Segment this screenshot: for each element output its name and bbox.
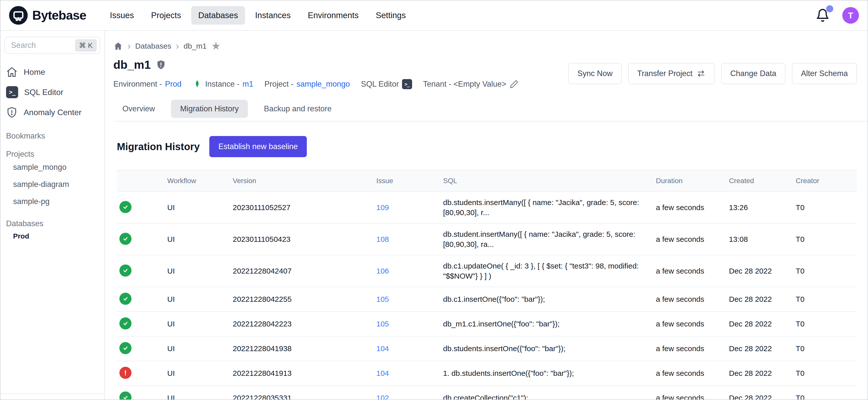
sidebar-item-home[interactable]: Home [0, 62, 104, 82]
mongodb-leaf-icon [192, 79, 202, 89]
alter-schema-button[interactable]: Alter Schema [792, 63, 857, 84]
nav-item-environments[interactable]: Environments [301, 6, 366, 25]
sql-editor-label: SQL Editor [361, 80, 399, 89]
version-cell: 20230111050423 [230, 223, 374, 255]
issue-link[interactable]: 109 [376, 203, 389, 212]
success-status-icon [119, 265, 131, 277]
creator-cell: T0 [793, 312, 857, 336]
user-avatar[interactable]: T [842, 7, 859, 24]
tab-overview[interactable]: Overview [113, 100, 164, 118]
sidebar-section-bookmarks: Bookmarks [0, 131, 104, 141]
duration-cell: a few seconds [653, 386, 726, 400]
table-row: UI20230111050423108db.student.insertMany… [117, 223, 857, 255]
sidebar-item-label: Home [24, 67, 45, 77]
column-header-issue: Issue [374, 170, 440, 192]
sidebar-item-label: Anomaly Center [24, 108, 81, 117]
search-shortcut-badge: ⌘ K [75, 39, 97, 52]
primary-nav: IssuesProjectsDatabasesInstancesEnvironm… [103, 6, 413, 25]
sql-cell: db.student.insertMany([ { name: "Jacika"… [440, 223, 653, 255]
issue-link[interactable]: 104 [376, 344, 389, 352]
sql-editor-link[interactable]: SQL Editor >_ [361, 79, 412, 89]
sidebar-item-prod[interactable]: Prod [0, 228, 104, 244]
duration-cell: a few seconds [653, 255, 726, 287]
tab-backup-and-restore[interactable]: Backup and restore [255, 100, 341, 118]
duration-cell: a few seconds [653, 223, 726, 255]
home-icon[interactable] [113, 41, 123, 51]
workflow-cell: UI [165, 223, 230, 255]
breadcrumb-current: db_m1 [184, 42, 207, 50]
bookmark-star-icon[interactable]: ★ [211, 42, 221, 50]
migration-table-body: UI20230111052527109db.students.insertMan… [117, 192, 857, 400]
column-header-sql: SQL [440, 170, 653, 192]
issue-link[interactable]: 105 [376, 320, 389, 328]
breadcrumb-databases[interactable]: Databases [135, 42, 171, 50]
instance-link[interactable]: m1 [243, 80, 253, 89]
issue-link[interactable]: 108 [376, 235, 389, 243]
issue-link[interactable]: 102 [376, 394, 389, 400]
change-data-button[interactable]: Change Data [721, 63, 785, 84]
duration-cell: a few seconds [653, 287, 726, 312]
app-window: Bytebase IssuesProjectsDatabasesInstance… [0, 0, 868, 400]
tab-migration-history[interactable]: Migration History [171, 100, 248, 118]
duration-cell: a few seconds [653, 336, 726, 361]
transfer-project-label: Transfer Project [637, 69, 692, 78]
sql-cell: db.createCollection("c1"); [440, 386, 653, 400]
creator-cell: T0 [793, 255, 857, 287]
chevron-right-icon: › [176, 42, 179, 50]
project-link[interactable]: sample_mongo [297, 80, 350, 89]
establish-new-baseline-button[interactable]: Establish new baseline [209, 136, 307, 157]
brand-name: Bytebase [32, 8, 86, 23]
creator-cell: T0 [793, 287, 857, 312]
edit-pencil-icon[interactable] [509, 79, 519, 89]
issue-link[interactable]: 105 [376, 295, 389, 303]
table-row: UI20230111052527109db.students.insertMan… [117, 192, 857, 223]
version-cell: 20221228042407 [230, 255, 374, 287]
nav-item-databases[interactable]: Databases [191, 6, 245, 25]
workflow-cell: UI [165, 312, 230, 336]
version-cell: 20221228042223 [230, 312, 374, 336]
sync-now-button[interactable]: Sync Now [568, 63, 622, 84]
search-input[interactable] [10, 40, 75, 50]
search-box[interactable]: ⌘ K [4, 37, 100, 54]
created-cell: 13:26 [726, 192, 793, 223]
success-status-icon [119, 293, 131, 305]
issue-link[interactable]: 104 [376, 369, 389, 377]
sidebar-item-sample-mongo[interactable]: sample_mongo [0, 159, 104, 176]
created-cell: Dec 28 2022 [726, 287, 793, 312]
creator-cell: T0 [793, 336, 857, 361]
sidebar-menu: Home >_ SQL Editor Anomaly Center [0, 62, 104, 122]
sidebar-item-sql-editor[interactable]: >_ SQL Editor [0, 82, 104, 102]
nav-item-issues[interactable]: Issues [103, 6, 141, 25]
success-status-icon [119, 392, 131, 400]
main-content: › Databases › db_m1 ★ db_m1 [105, 31, 868, 400]
bytebase-logo[interactable]: Bytebase [9, 6, 86, 25]
sidebar-item-sample-diagram[interactable]: sample-diagram [0, 176, 104, 193]
top-navigation-bar: Bytebase IssuesProjectsDatabasesInstance… [0, 0, 868, 31]
sql-cell: db.students.insertOne({"foo": "bar"}); [440, 336, 653, 361]
sidebar-item-sample-pg[interactable]: sample-pg [0, 193, 104, 210]
sidebar-item-anomaly-center[interactable]: Anomaly Center [0, 102, 104, 122]
terminal-icon: >_ [402, 79, 412, 89]
created-cell: 13:08 [726, 223, 793, 255]
workflow-cell: UI [165, 192, 230, 223]
nav-item-instances[interactable]: Instances [248, 6, 298, 25]
success-status-icon [119, 233, 131, 245]
table-header-row: Workflow Version Issue SQL Duration Crea… [117, 170, 857, 192]
notifications-button[interactable] [816, 8, 830, 23]
sidebar-item-label: SQL Editor [24, 88, 63, 97]
transfer-project-button[interactable]: Transfer Project [628, 63, 715, 84]
duration-cell: a few seconds [653, 192, 726, 223]
nav-item-settings[interactable]: Settings [369, 6, 413, 25]
terminal-icon: >_ [6, 86, 18, 98]
sql-cell: 1. db.students.insertOne({"foo": "bar"})… [440, 361, 653, 386]
table-row: UI20221228041938104db.students.insertOne… [117, 336, 857, 361]
workflow-cell: UI [165, 336, 230, 361]
sql-cell: db.students.insertMany([ { name: "Jacika… [440, 192, 653, 223]
environment-link[interactable]: Prod [165, 80, 181, 89]
nav-item-projects[interactable]: Projects [144, 6, 188, 25]
duration-cell: a few seconds [653, 361, 726, 386]
issue-link[interactable]: 106 [376, 267, 389, 275]
bytebase-logo-icon [9, 6, 28, 25]
created-cell: Dec 28 2022 [726, 336, 793, 361]
page-title: db_m1 [113, 58, 151, 71]
